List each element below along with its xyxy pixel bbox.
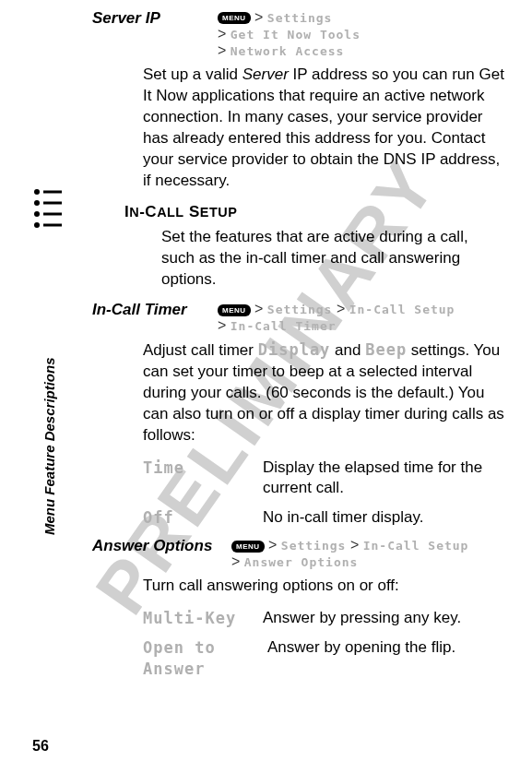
path-separator: >	[254, 9, 267, 25]
option-open-key: Open to Answer	[143, 637, 267, 678]
path-separator: >	[337, 301, 349, 316]
in-call-timer-body: Adjust call timer Display and Beep setti…	[143, 339, 504, 446]
answer-options-body: Turn call answering options on or off:	[143, 576, 504, 597]
option-off-key: Off	[143, 507, 263, 528]
list-bullets-icon	[32, 184, 64, 236]
display-keyword: Display	[258, 340, 331, 359]
answer-options-title: Answer Options	[92, 537, 226, 555]
text-fragment: and	[330, 341, 365, 359]
option-off-desc: No in-call timer display.	[263, 507, 504, 528]
menu-badge-icon: MENU	[218, 12, 251, 24]
server-italic: Server	[242, 65, 289, 83]
path-separator: >	[350, 537, 363, 553]
side-section-label: Menu Feature Descriptions	[41, 357, 57, 535]
path-in-call-timer: In-Call Timer	[231, 319, 337, 333]
path-separator: >	[231, 553, 244, 569]
path-separator: >	[218, 317, 231, 333]
path-settings: Settings	[267, 303, 333, 316]
in-call-timer-title: In-Call Timer	[92, 301, 212, 319]
path-answer-options: Answer Options	[244, 555, 359, 569]
path-in-call-setup: In-Call Setup	[349, 303, 455, 316]
beep-keyword: Beep	[365, 340, 407, 359]
page-number: 56	[32, 738, 49, 755]
path-separator: >	[254, 301, 267, 316]
option-multikey-key: Multi-Key	[143, 608, 263, 628]
in-call-setup-body: Set the features that are active during …	[161, 227, 504, 291]
svg-point-4	[34, 211, 40, 217]
path-separator: >	[268, 537, 281, 553]
svg-point-0	[34, 189, 40, 195]
in-call-setup-heading: IN-CALL SETUP	[124, 203, 504, 221]
text-fragment: Adjust call timer	[143, 341, 258, 359]
server-ip-body: Set up a valid Server IP address so you …	[143, 65, 504, 192]
path-settings: Settings	[281, 539, 347, 553]
path-in-call-setup: In-Call Setup	[363, 539, 469, 553]
option-multikey-desc: Answer by pressing any key.	[263, 608, 504, 628]
menu-badge-icon: MENU	[231, 541, 265, 553]
svg-point-2	[34, 200, 40, 206]
menu-badge-icon: MENU	[218, 304, 251, 316]
svg-point-6	[34, 222, 40, 228]
option-time-key: Time	[143, 458, 263, 498]
option-time-desc: Display the elapsed time for the current…	[263, 458, 504, 498]
path-separator: >	[218, 26, 231, 42]
path-settings: Settings	[267, 11, 333, 25]
server-ip-title: Server IP	[92, 9, 212, 28]
path-network-access: Network Access	[231, 44, 345, 58]
path-separator: >	[218, 42, 231, 58]
path-get-it-now-tools: Get It Now Tools	[231, 28, 361, 42]
option-open-desc: Answer by opening the flip.	[267, 637, 504, 678]
